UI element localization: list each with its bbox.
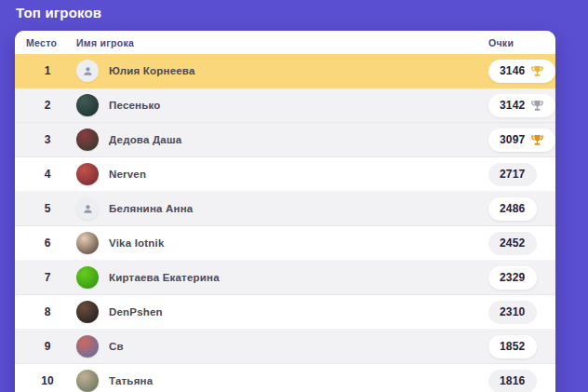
player-avatar xyxy=(76,60,99,82)
score-badge: 2310 xyxy=(488,301,537,324)
score-value: 1852 xyxy=(500,340,526,353)
player-cell: Татьяна xyxy=(69,370,488,392)
score-cell: 2486 xyxy=(488,197,537,221)
table-row: 2 Песенько 3142 xyxy=(15,88,555,123)
player-cell: Киртаева Екатерина xyxy=(69,266,488,289)
score-cell: 2717 xyxy=(488,163,537,186)
score-badge: 2717 xyxy=(488,163,537,186)
score-cell: 1852 xyxy=(488,335,537,358)
rank-value: 7 xyxy=(26,271,69,284)
player-cell: Nerven xyxy=(69,163,488,185)
score-cell: 2452 xyxy=(488,232,537,255)
score-value: 2717 xyxy=(500,168,526,181)
score-badge: 2452 xyxy=(488,232,537,255)
player-name: Юлия Корнеева xyxy=(109,65,195,76)
table-row: 3 Дедова Даша 3097 xyxy=(15,123,555,157)
rank-value: 6 xyxy=(26,237,69,250)
trophy-icon xyxy=(530,99,544,113)
rank-value: 10 xyxy=(26,374,69,387)
player-cell: Песенько xyxy=(69,94,488,116)
table-row: 6 Vika Iotnik 2452 xyxy=(15,226,555,261)
score-cell: 1816 xyxy=(488,370,537,392)
score-value: 3142 xyxy=(500,99,526,112)
score-cell: 3142 xyxy=(488,94,555,117)
player-cell: DenPshen xyxy=(69,301,488,323)
rank-value: 4 xyxy=(26,168,69,181)
player-name: Св xyxy=(109,341,124,352)
player-name: Песенько xyxy=(109,100,161,111)
table-row: 1 Юлия Корнеева 3146 xyxy=(15,54,555,88)
player-avatar xyxy=(76,128,99,151)
table-row: 4 Nerven 2717 xyxy=(15,157,555,192)
player-cell: Дедова Даша xyxy=(69,128,488,151)
score-cell: 2310 xyxy=(488,301,537,324)
rank-value: 1 xyxy=(26,64,69,77)
table-row: 9 Св 1852 xyxy=(15,330,555,364)
player-name: Vika Iotnik xyxy=(109,237,165,249)
table-row: 8 DenPshen 2310 xyxy=(15,295,555,330)
rank-value: 8 xyxy=(26,305,69,318)
score-cell: 3146 xyxy=(488,60,555,83)
score-badge: 2329 xyxy=(488,266,537,290)
score-badge: 3142 xyxy=(488,94,555,117)
player-name: Татьяна xyxy=(109,375,153,386)
player-avatar xyxy=(76,163,99,185)
player-avatar xyxy=(76,335,99,358)
score-badge: 1816 xyxy=(488,370,537,392)
player-name: Дедова Даша xyxy=(109,134,181,145)
score-badge: 2486 xyxy=(488,197,537,221)
player-avatar xyxy=(76,370,99,392)
table-row: 5 Белянина Анна 2486 xyxy=(15,192,555,226)
score-value: 2452 xyxy=(500,237,526,250)
table-row: 7 Киртаева Екатерина 2329 xyxy=(15,261,555,295)
table-header: Место Имя игрока Очки xyxy=(15,31,555,54)
player-name: Белянина Анна xyxy=(109,203,193,214)
player-name: DenPshen xyxy=(109,306,163,318)
score-cell: 3097 xyxy=(488,128,555,152)
trophy-icon xyxy=(530,133,544,147)
person-icon xyxy=(82,65,94,77)
rank-value: 5 xyxy=(26,202,69,215)
score-badge: 1852 xyxy=(488,335,537,358)
leaderboard-card: Место Имя игрока Очки 1 Юлия Корнеева 31… xyxy=(15,31,555,392)
column-header-name: Имя игрока xyxy=(69,37,488,48)
trophy-icon xyxy=(530,64,544,78)
rank-value: 2 xyxy=(26,99,69,112)
score-cell: 2329 xyxy=(488,266,537,290)
column-header-score: Очки xyxy=(488,37,542,48)
score-badge: 3146 xyxy=(488,60,555,83)
score-value: 1816 xyxy=(500,374,526,387)
score-value: 3097 xyxy=(500,133,526,146)
score-badge: 3097 xyxy=(488,128,555,152)
player-cell: Св xyxy=(69,335,488,358)
player-cell: Белянина Анна xyxy=(69,197,488,220)
score-value: 2329 xyxy=(500,271,526,284)
score-value: 3146 xyxy=(500,64,526,77)
player-avatar xyxy=(76,197,99,220)
person-icon xyxy=(82,203,94,215)
player-name: Nerven xyxy=(109,169,146,180)
column-header-rank: Место xyxy=(26,37,69,48)
player-cell: Юлия Корнеева xyxy=(69,60,488,82)
rank-value: 3 xyxy=(26,133,69,146)
table-row: 10 Татьяна 1816 xyxy=(15,364,555,392)
player-name: Киртаева Екатерина xyxy=(109,272,220,283)
score-value: 2486 xyxy=(500,202,526,215)
player-cell: Vika Iotnik xyxy=(69,232,488,254)
player-avatar xyxy=(76,94,99,116)
player-avatar xyxy=(76,301,99,323)
rank-value: 9 xyxy=(26,340,69,353)
score-value: 2310 xyxy=(500,305,526,318)
player-avatar xyxy=(76,232,99,254)
player-avatar xyxy=(76,266,99,289)
table-body: 1 Юлия Корнеева 3146 xyxy=(15,54,555,392)
page-title: Топ игроков xyxy=(16,5,101,20)
